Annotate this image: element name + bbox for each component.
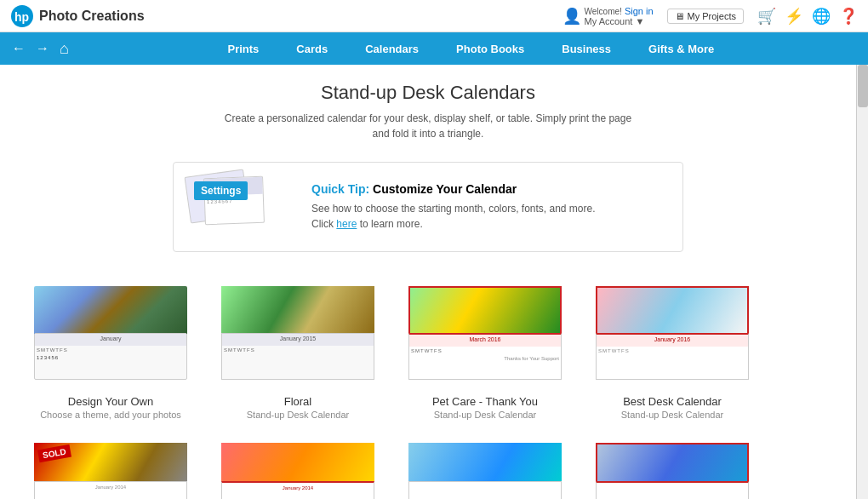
product-item-5[interactable]: SOLD January 2014: [26, 440, 196, 499]
nav-forward-button[interactable]: →: [32, 41, 53, 56]
tip-calendar-image: 1234567 Settings: [187, 173, 298, 241]
nav-item-cards[interactable]: Cards: [277, 32, 346, 65]
lightning-icon[interactable]: ⚡: [785, 7, 803, 26]
help-icon[interactable]: ❓: [839, 7, 858, 26]
product-image-8: [587, 440, 757, 499]
tip-heading-rest: Customize Your Calendar: [373, 182, 517, 196]
cal-body-1: January SMTWTFS 123456: [34, 333, 187, 380]
nav-item-gifts[interactable]: Gifts & More: [630, 32, 733, 65]
top-right: 👤 Welcome! Sign in My Account ▼ 🖥 My Pro…: [562, 6, 858, 26]
product-item-7[interactable]: [400, 440, 570, 499]
desk-cal-6: January 2014: [221, 443, 374, 500]
my-projects-button[interactable]: 🖥 My Projects: [667, 9, 744, 24]
hp-logo: hp: [10, 4, 34, 28]
product-name-1: Design Your Own: [68, 395, 153, 408]
product-image-5: SOLD January 2014: [26, 440, 196, 499]
desk-cal-4: January 2016 SMTWTFS: [596, 286, 749, 380]
tip-text-area: Quick Tip: Customize Your Calendar See h…: [311, 182, 669, 232]
product-image-7: [400, 440, 570, 499]
tip-image-area: 1234567 Settings: [187, 173, 298, 241]
globe-icon[interactable]: 🌐: [812, 7, 831, 26]
cal-photo-strip-1: [34, 286, 187, 337]
product-sub-4: Stand-up Desk Calendar: [621, 410, 723, 420]
product-sub-3: Stand-up Desk Calendar: [434, 410, 536, 420]
nav-bar: ← → ⌂ Prints Cards Calendars Photo Books…: [0, 32, 868, 65]
logo-area: hp Photo Creations: [10, 4, 145, 28]
page-title: Stand-up Desk Calendars: [26, 82, 831, 104]
nav-item-calendars[interactable]: Calendars: [346, 32, 437, 65]
cart-icon[interactable]: 🛒: [757, 7, 776, 26]
nav-items: Prints Cards Calendars Photo Books Busin…: [83, 32, 859, 65]
product-image-6: January 2014: [213, 440, 383, 499]
scrollbar-track[interactable]: [856, 65, 868, 499]
quick-tip-label: Quick Tip:: [311, 182, 369, 196]
product-grid-row2: SOLD January 2014 January 2014: [26, 440, 831, 499]
product-image-2: January 2015 SMTWTFS: [213, 278, 383, 388]
cal-body-4: January 2016 SMTWTFS: [596, 333, 749, 380]
desk-cal-5: SOLD January 2014: [34, 443, 187, 500]
product-image-1: January SMTWTFS 123456: [26, 278, 196, 388]
desk-cal-2: January 2015 SMTWTFS: [221, 286, 374, 380]
sign-in-link[interactable]: Sign in: [625, 6, 654, 16]
top-icons: 🛒 ⚡ 🌐 ❓: [757, 7, 858, 26]
welcome-text: Welcome!: [585, 7, 622, 16]
nav-item-photobooks[interactable]: Photo Books: [437, 32, 543, 65]
desk-cal-8: [596, 443, 749, 500]
cal-photo-strip-4: [596, 286, 749, 337]
cal-body-2: January 2015 SMTWTFS: [221, 333, 374, 380]
product-item-3[interactable]: March 2016 SMTWTFS Thanks for Your Suppo…: [400, 278, 570, 420]
user-icon: 👤: [562, 7, 581, 26]
desk-cal-7: [408, 443, 562, 500]
tip-body: See how to choose the starting month, co…: [311, 201, 669, 232]
desk-cal-3: March 2016 SMTWTFS Thanks for Your Suppo…: [408, 286, 562, 380]
product-item-6[interactable]: January 2014: [213, 440, 383, 499]
product-sub-2: Stand-up Desk Calendar: [247, 410, 349, 420]
settings-overlay: Settings: [194, 181, 248, 200]
product-item-2[interactable]: January 2015 SMTWTFS Floral Stand-up Des…: [213, 278, 383, 420]
svg-text:hp: hp: [14, 10, 29, 24]
monitor-icon: 🖥: [675, 11, 684, 21]
product-grid: January SMTWTFS 123456 Design Your Own C…: [26, 278, 831, 420]
nav-back-fwd: ← →: [9, 41, 53, 56]
nav-back-button[interactable]: ←: [9, 41, 29, 56]
product-name-4: Best Desk Calendar: [623, 395, 722, 408]
product-item-1[interactable]: January SMTWTFS 123456 Design Your Own C…: [26, 278, 196, 420]
cal-photo-strip-3: [408, 286, 562, 337]
scrollbar-thumb[interactable]: [858, 65, 868, 107]
nav-home-button[interactable]: ⌂: [60, 40, 69, 58]
quick-tip-box: 1234567 Settings Quick Tip: Customize Yo…: [173, 162, 683, 252]
product-name-2: Floral: [284, 395, 312, 408]
top-bar: hp Photo Creations 👤 Welcome! Sign in My…: [0, 0, 868, 32]
account-area[interactable]: 👤 Welcome! Sign in My Account ▼: [562, 6, 654, 26]
product-image-4: January 2016 SMTWTFS: [587, 278, 757, 388]
product-name-3: Pet Care - Thank You: [432, 395, 538, 408]
product-item-4[interactable]: January 2016 SMTWTFS Best Desk Calendar …: [587, 278, 757, 420]
cal-body-3: March 2016 SMTWTFS Thanks for Your Suppo…: [408, 333, 562, 380]
nav-item-business[interactable]: Business: [543, 32, 630, 65]
desk-cal-1: January SMTWTFS 123456: [34, 286, 187, 380]
product-image-3: March 2016 SMTWTFS Thanks for Your Suppo…: [400, 278, 570, 388]
tip-heading: Quick Tip: Customize Your Calendar: [311, 182, 669, 196]
my-account-text: My Account ▼: [585, 16, 654, 26]
page-wrapper: Stand-up Desk Calendars Create a persona…: [0, 65, 868, 499]
page-subtitle: Create a personalized calendar for your …: [224, 111, 632, 141]
nav-item-prints[interactable]: Prints: [209, 32, 278, 65]
main-content: Stand-up Desk Calendars Create a persona…: [0, 65, 856, 499]
product-note-1: Choose a theme, add your photos: [40, 410, 181, 420]
cal-photo-strip-2: [221, 286, 374, 337]
tip-here-link[interactable]: here: [336, 218, 357, 230]
product-item-8[interactable]: [587, 440, 757, 499]
app-title: Photo Creations: [39, 9, 145, 24]
